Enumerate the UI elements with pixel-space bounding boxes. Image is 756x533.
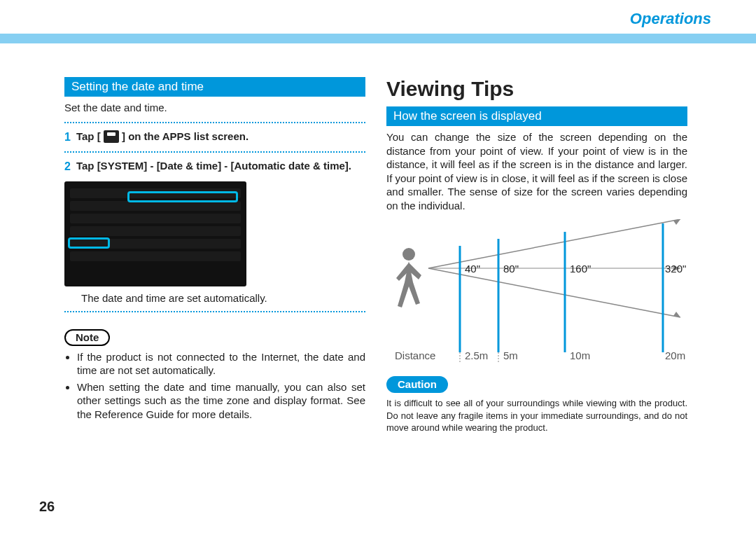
step-number: 2 <box>64 160 71 173</box>
dist-d: 20m <box>665 349 685 361</box>
separator <box>64 151 365 153</box>
size-40: 40" <box>465 263 480 275</box>
size-320: 320" <box>665 263 686 275</box>
distance-label: Distance <box>395 349 435 361</box>
highlight-automatic-date <box>127 191 238 202</box>
size-160: 160" <box>570 263 591 275</box>
right-column: Viewing Tips How the screen is displayed… <box>386 77 687 434</box>
svg-line-1 <box>428 219 680 268</box>
page-number: 26 <box>39 499 55 515</box>
dist-a: 2.5m <box>465 349 488 361</box>
intro-text: Set the date and time. <box>64 101 365 115</box>
note-list: If the product is not connected to the I… <box>64 350 365 422</box>
page-content: Setting the date and time Set the date a… <box>64 77 694 434</box>
viewing-tips-title: Viewing Tips <box>386 77 687 101</box>
step-1: 1 Tap [ ] on the APPS list screen. <box>64 130 365 144</box>
settings-icon <box>104 130 119 143</box>
header-bar <box>0 34 756 43</box>
step-number: 1 <box>64 131 71 144</box>
svg-point-0 <box>402 248 415 261</box>
left-column: Setting the date and time Set the date a… <box>64 77 365 434</box>
dist-b: 5m <box>503 349 518 361</box>
note-item: If the product is not connected to the I… <box>77 350 365 378</box>
screen-paragraph: You can change the size of the screen de… <box>386 130 687 212</box>
separator <box>64 122 365 123</box>
step-1-text: Tap [ ] on the APPS list screen. <box>76 130 248 144</box>
section-header: Operations <box>630 10 711 28</box>
separator <box>64 311 365 312</box>
note-item: When setting the date and time manually,… <box>77 380 365 422</box>
note-label: Note <box>64 329 110 346</box>
after-screenshot-text: The date and time are set automatically. <box>81 292 365 304</box>
person-icon <box>396 248 421 307</box>
caution-label: Caution <box>386 376 448 393</box>
step-1-post: ] on the APPS list screen. <box>122 130 248 142</box>
section-setting-date: Setting the date and time <box>64 77 365 97</box>
step-1-pre: Tap [ <box>76 130 101 142</box>
svg-line-2 <box>428 268 680 317</box>
step-2: 2 Tap [SYSTEM] - [Date & time] - [Automa… <box>64 160 365 173</box>
caution-text: It is difficult to see all of your surro… <box>386 397 687 434</box>
size-80: 80" <box>503 263 519 275</box>
viewing-diagram: 40" 80" 160" 320" Distance 2.5m 5m 10m 2… <box>386 219 687 366</box>
section-screen-display: How the screen is displayed <box>386 106 687 126</box>
dist-c: 10m <box>570 349 590 361</box>
settings-screenshot <box>64 181 246 286</box>
highlight-system <box>68 237 110 249</box>
step-2-text: Tap [SYSTEM] - [Date & time] - [Automati… <box>76 160 351 172</box>
